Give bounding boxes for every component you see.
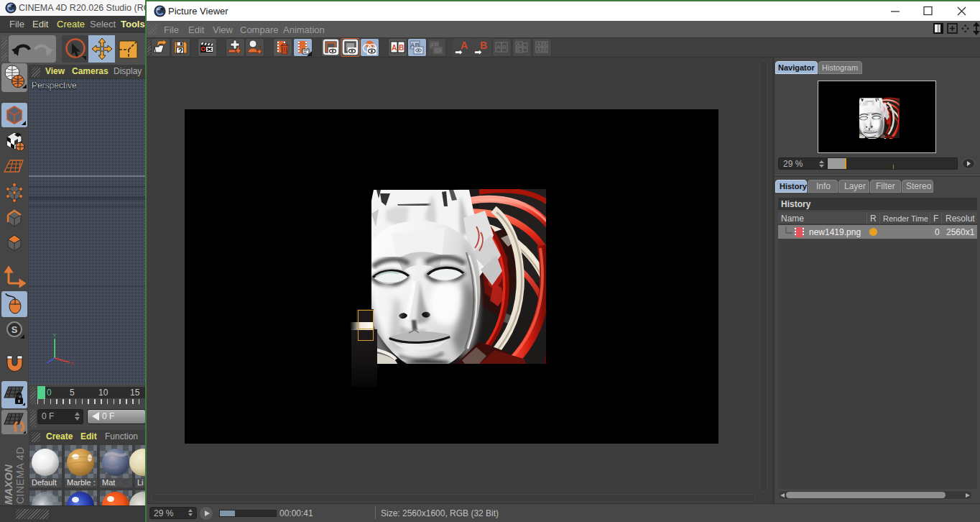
svg-text:Y: Y — [52, 332, 57, 339]
svg-text:S: S — [11, 324, 18, 335]
svg-text:X: X — [70, 360, 75, 367]
svg-text:B: B — [502, 44, 506, 50]
svg-text:?: ? — [178, 47, 183, 55]
svg-text:A: A — [537, 42, 541, 47]
svg-text:A: A — [392, 44, 397, 52]
svg-text:A: A — [537, 47, 541, 52]
svg-text:A: A — [496, 44, 501, 50]
svg-text:B: B — [480, 40, 487, 51]
svg-text:B: B — [543, 47, 547, 52]
svg-text:A-: A- — [517, 42, 522, 47]
svg-text:A: A — [461, 40, 468, 51]
svg-text:B: B — [543, 42, 547, 47]
svg-text:B: B — [399, 44, 404, 52]
svg-text:B-: B- — [517, 47, 522, 52]
